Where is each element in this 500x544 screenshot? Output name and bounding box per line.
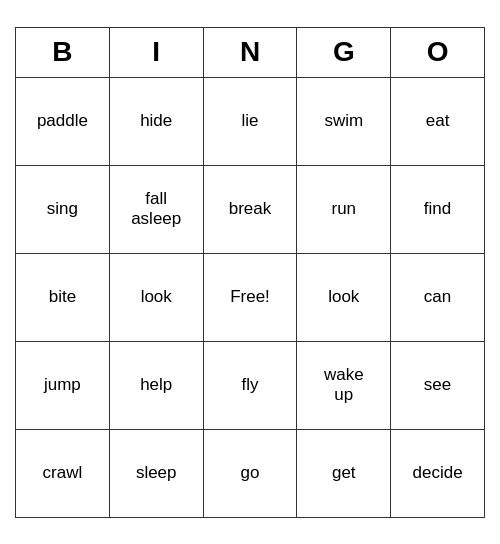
cell-r0-c4: eat: [391, 77, 485, 165]
cell-r4-c4: decide: [391, 429, 485, 517]
header-cell-g: G: [297, 27, 391, 77]
cell-r3-c3: wakeup: [297, 341, 391, 429]
cell-r0-c0: paddle: [16, 77, 110, 165]
header-cell-n: N: [203, 27, 297, 77]
cell-r3-c0: jump: [16, 341, 110, 429]
cell-r2-c2: Free!: [203, 253, 297, 341]
cell-r2-c4: can: [391, 253, 485, 341]
table-row: bitelookFree!lookcan: [16, 253, 485, 341]
cell-r3-c2: fly: [203, 341, 297, 429]
table-row: crawlsleepgogetdecide: [16, 429, 485, 517]
table-row: paddlehidelieswimeat: [16, 77, 485, 165]
cell-r1-c3: run: [297, 165, 391, 253]
cell-r4-c0: crawl: [16, 429, 110, 517]
header-cell-o: O: [391, 27, 485, 77]
header-cell-b: B: [16, 27, 110, 77]
header-cell-i: I: [109, 27, 203, 77]
cell-r3-c4: see: [391, 341, 485, 429]
cell-r4-c1: sleep: [109, 429, 203, 517]
table-row: singfallasleepbreakrunfind: [16, 165, 485, 253]
cell-r0-c1: hide: [109, 77, 203, 165]
bingo-card: BINGO paddlehidelieswimeatsingfallasleep…: [15, 27, 485, 518]
cell-r2-c3: look: [297, 253, 391, 341]
cell-r4-c2: go: [203, 429, 297, 517]
cell-r1-c2: break: [203, 165, 297, 253]
cell-r2-c1: look: [109, 253, 203, 341]
table-row: jumphelpflywakeupsee: [16, 341, 485, 429]
cell-r2-c0: bite: [16, 253, 110, 341]
cell-r1-c4: find: [391, 165, 485, 253]
cell-r0-c2: lie: [203, 77, 297, 165]
cell-r0-c3: swim: [297, 77, 391, 165]
cell-r1-c0: sing: [16, 165, 110, 253]
cell-r3-c1: help: [109, 341, 203, 429]
cell-r4-c3: get: [297, 429, 391, 517]
cell-r1-c1: fallasleep: [109, 165, 203, 253]
